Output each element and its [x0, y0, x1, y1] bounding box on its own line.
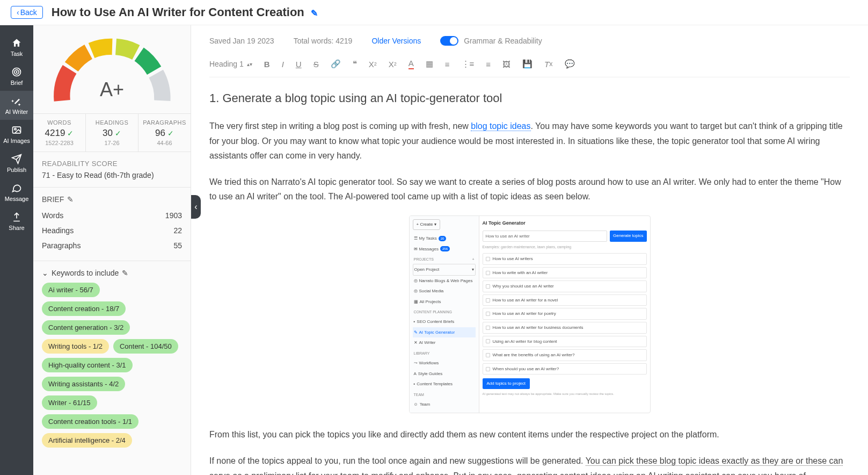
keyword-chip[interactable]: High-quality content - 3/1 — [42, 358, 133, 372]
keyword-chip[interactable]: Writer - 61/15 — [42, 395, 97, 410]
brief-row: Headings22 — [42, 223, 182, 238]
stat-words: WORDS4219✓1522-2283 — [33, 114, 86, 152]
editor-toolbar: Heading 1▴▾ B I U S 🔗 ❝ X2 X2 A ▦ ≡ ⋮≡ ≡… — [209, 55, 850, 77]
saved-timestamp: Saved Jan 19 2023 — [209, 37, 274, 45]
heading-select[interactable]: Heading 1▴▾ — [209, 60, 252, 68]
older-versions-link[interactable]: Older Versions — [371, 37, 421, 45]
keyword-chip[interactable]: Content creation tools - 1/1 — [42, 414, 138, 429]
nav-message[interactable]: Message — [0, 178, 33, 207]
readability-title: READABILITY SCORE — [42, 160, 182, 168]
stat-paragraphs: PARAGRAPHS96✓44-66 — [138, 114, 191, 152]
content-p2: We tried this on Narrato's AI topic gene… — [209, 175, 850, 204]
svg-point-2 — [16, 71, 17, 73]
check-icon: ✓ — [167, 129, 174, 138]
nav-ai-writer[interactable]: AI Writer — [0, 91, 33, 120]
nav-brief[interactable]: Brief — [0, 62, 33, 91]
grammar-label: Grammar & Readability — [464, 37, 542, 45]
keyword-chip[interactable]: Artificial intelligence - 2/4 — [42, 433, 132, 448]
nav-publish[interactable]: Publish — [0, 149, 33, 178]
page-title: How to Use An AI Writer for Content Crea… — [52, 5, 318, 19]
grammar-toggle[interactable] — [440, 36, 458, 46]
score-panel: A+ WORDS4219✓1522-2283HEADINGS30✓17-26PA… — [33, 25, 191, 475]
embedded-screenshot: + Create ▾ ☰My Tasks 20 ✉Messages 256 PR… — [409, 215, 651, 413]
nav-share[interactable]: Share — [0, 207, 33, 236]
quote-button[interactable]: ❝ — [353, 59, 357, 69]
content-p3: From this list, you can pick the topics … — [209, 427, 850, 442]
editor-content[interactable]: 1. Generate a blog topic using an AI top… — [209, 77, 850, 475]
embed-create-button: + Create ▾ — [413, 219, 440, 230]
back-button[interactable]: ‹ Back — [11, 6, 43, 19]
readability-value: 71 - Easy to Read (6th-7th grade) — [42, 171, 182, 179]
nav-ai-images[interactable]: AI Images — [0, 120, 33, 149]
content-p1: The very first step in writing a blog po… — [209, 119, 850, 163]
content-p4: If none of the topics appeal to you, run… — [209, 454, 850, 475]
keyword-chip[interactable]: Content - 104/50 — [113, 339, 178, 354]
chevron-left-icon: ‹ — [17, 8, 19, 17]
subscript-button[interactable]: X2 — [369, 60, 377, 69]
nav-task[interactable]: Task — [0, 33, 33, 62]
edit-title-icon[interactable]: ✎ — [311, 9, 318, 18]
image-button[interactable]: 🖼 — [502, 60, 510, 69]
blog-topic-link[interactable]: blog topic ideas — [471, 121, 530, 131]
chevron-down-icon: ⌄ — [42, 269, 48, 277]
link-button[interactable]: 🔗 — [331, 59, 341, 69]
content-h1: 1. Generate a blog topic using an AI top… — [209, 88, 850, 108]
indent-button[interactable]: ≡ — [486, 60, 491, 69]
edit-keywords-icon[interactable]: ✎ — [122, 269, 128, 277]
keyword-chip[interactable]: Content creation - 18/7 — [42, 301, 126, 316]
keyword-chip[interactable]: Content generation - 3/2 — [42, 320, 130, 335]
clear-format-button[interactable]: Tx — [544, 60, 552, 69]
keyword-chip[interactable]: Writing assistants - 4/2 — [42, 377, 125, 391]
comment-button[interactable]: 💬 — [565, 59, 575, 69]
chevron-left-icon: ‹ — [194, 202, 197, 212]
check-icon: ✓ — [67, 129, 74, 138]
keyword-chip[interactable]: Writing tools - 1/2 — [42, 339, 109, 354]
italic-button[interactable]: I — [282, 60, 284, 69]
check-icon: ✓ — [115, 129, 121, 138]
keyword-chips: Ai writer - 56/7Content creation - 18/7C… — [33, 283, 191, 456]
top-bar: ‹ Back How to Use An AI Writer for Conte… — [0, 0, 868, 25]
svg-point-4 — [14, 128, 16, 130]
score-gauge: A+ — [45, 32, 179, 107]
nav-rail: TaskBriefAI WriterAI ImagesPublishMessag… — [0, 25, 33, 475]
superscript-button[interactable]: X2 — [389, 60, 397, 69]
save-button[interactable]: 💾 — [522, 59, 533, 69]
text-color-button[interactable]: A — [409, 59, 414, 69]
collapse-panel-tab[interactable]: ‹ — [191, 195, 201, 219]
brief-row: Words1903 — [42, 208, 182, 223]
underline-button[interactable]: U — [296, 60, 302, 69]
stats-row: WORDS4219✓1522-2283HEADINGS30✓17-26PARAG… — [33, 113, 191, 152]
keyword-chip[interactable]: Ai writer - 56/7 — [42, 283, 100, 297]
brief-row: Paragraphs55 — [42, 238, 182, 253]
bold-button[interactable]: B — [264, 60, 270, 69]
total-words: Total words: 4219 — [294, 37, 353, 45]
highlight-button[interactable]: ▦ — [426, 59, 433, 69]
strike-button[interactable]: S — [313, 60, 319, 69]
unordered-list-button[interactable]: ⋮≡ — [462, 59, 475, 69]
keywords-header[interactable]: ⌄ Keywords to include ✎ — [42, 267, 182, 283]
ordered-list-button[interactable]: ≡ — [445, 60, 450, 69]
editor-area: Saved Jan 19 2023 Total words: 4219 Olde… — [191, 25, 868, 475]
back-label: Back — [20, 8, 37, 17]
brief-title: BRIEF ✎ — [42, 195, 182, 204]
stat-headings: HEADINGS30✓17-26 — [86, 114, 138, 152]
edit-brief-icon[interactable]: ✎ — [67, 195, 74, 204]
grade: A+ — [100, 78, 124, 101]
